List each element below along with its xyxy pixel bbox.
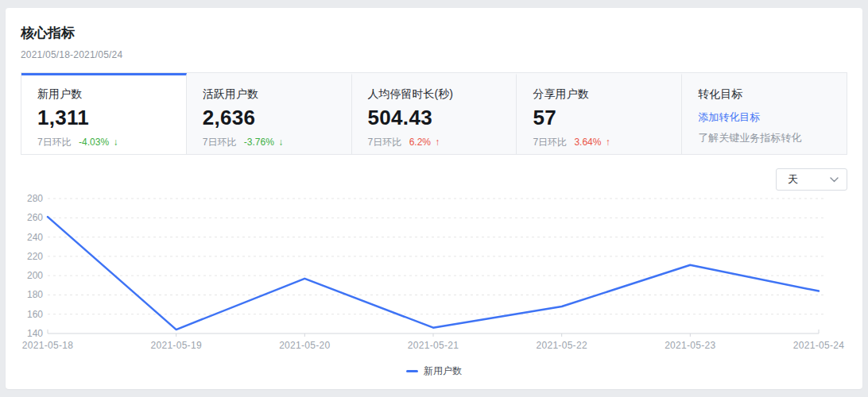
compare-period-label: 7日环比: [203, 137, 237, 148]
metric-value: 57: [533, 106, 665, 130]
svg-text:220: 220: [27, 251, 43, 262]
metric-tab-avg-stay-duration[interactable]: 人均停留时长(秒) 504.43 7日环比 6.2% ↑: [352, 73, 517, 154]
svg-text:2021-05-24: 2021-05-24: [793, 340, 844, 351]
metric-trend: 7日环比 6.2% ↑: [368, 136, 501, 149]
line-chart-canvas: 2802602402202001801601402021-05-182021-0…: [21, 193, 851, 355]
svg-text:2021-05-19: 2021-05-19: [150, 340, 201, 351]
metric-label: 分享用户数: [533, 87, 665, 102]
svg-text:160: 160: [27, 309, 43, 320]
chart-toolbar: 天: [21, 168, 847, 191]
chart-legend: 新用户数: [21, 364, 847, 378]
metric-trend: 7日环比 3.64% ↑: [533, 136, 665, 149]
legend-line-marker-icon: [406, 370, 418, 372]
metric-value: 1,311: [37, 106, 170, 130]
metric-label: 新用户数: [37, 87, 170, 102]
metric-trend: 7日环比 -4.03% ↓: [37, 136, 170, 149]
metric-label: 活跃用户数: [203, 87, 335, 102]
svg-text:180: 180: [27, 289, 43, 300]
compare-period-label: 7日环比: [533, 137, 567, 148]
svg-text:260: 260: [27, 212, 43, 223]
compare-period-label: 7日环比: [368, 137, 402, 148]
svg-text:2021-05-18: 2021-05-18: [22, 340, 73, 351]
svg-text:2021-05-20: 2021-05-20: [279, 340, 330, 351]
metric-tab-share-users[interactable]: 分享用户数 57 7日环比 3.64% ↑: [517, 73, 682, 154]
date-range-label: 2021/05/18-2021/05/24: [21, 49, 847, 60]
metric-value: 504.43: [368, 106, 501, 130]
goal-description: 了解关键业务指标转化: [698, 131, 831, 145]
goal-title: 转化目标: [698, 87, 831, 102]
metric-label: 人均停留时长(秒): [368, 87, 501, 102]
conversion-goal-card: 转化目标 添加转化目标 了解关键业务指标转化: [682, 73, 847, 154]
svg-text:280: 280: [27, 193, 43, 204]
change-percent: -4.03%: [79, 137, 109, 148]
metric-trend: 7日环比 -3.76% ↓: [203, 136, 335, 149]
granularity-select[interactable]: 天: [776, 168, 847, 191]
metric-tabs-row: 新用户数 1,311 7日环比 -4.03% ↓ 活跃用户数 2,636 7日环…: [21, 72, 847, 155]
change-percent: -3.76%: [244, 137, 274, 148]
svg-text:2021-05-22: 2021-05-22: [536, 340, 587, 351]
svg-text:240: 240: [27, 232, 43, 243]
legend-label: 新用户数: [424, 364, 462, 378]
line-chart: 2802602402202001801601402021-05-182021-0…: [21, 193, 847, 358]
legend-item-new-users[interactable]: 新用户数: [406, 364, 462, 378]
svg-text:140: 140: [27, 328, 43, 339]
add-conversion-goal-link[interactable]: 添加转化目标: [698, 110, 831, 125]
trend-down-icon: ↓: [278, 137, 283, 148]
granularity-value: 天: [788, 172, 798, 187]
metric-value: 2,636: [203, 106, 335, 130]
change-percent: 3.64%: [574, 137, 601, 148]
trend-down-icon: ↓: [113, 137, 118, 148]
chevron-down-icon: [830, 177, 839, 183]
metric-tab-active-users[interactable]: 活跃用户数 2,636 7日环比 -3.76% ↓: [187, 73, 352, 154]
core-metrics-panel: 核心指标 2021/05/18-2021/05/24 新用户数 1,311 7日…: [6, 8, 862, 389]
svg-text:200: 200: [27, 270, 43, 281]
svg-text:2021-05-21: 2021-05-21: [408, 340, 459, 351]
svg-text:2021-05-23: 2021-05-23: [665, 340, 715, 351]
trend-up-icon: ↑: [606, 137, 610, 148]
compare-period-label: 7日环比: [37, 137, 72, 148]
trend-up-icon: ↑: [435, 137, 440, 148]
page-title: 核心指标: [21, 24, 847, 42]
metric-tab-new-users[interactable]: 新用户数 1,311 7日环比 -4.03% ↓: [21, 73, 187, 154]
change-percent: 6.2%: [409, 137, 431, 148]
